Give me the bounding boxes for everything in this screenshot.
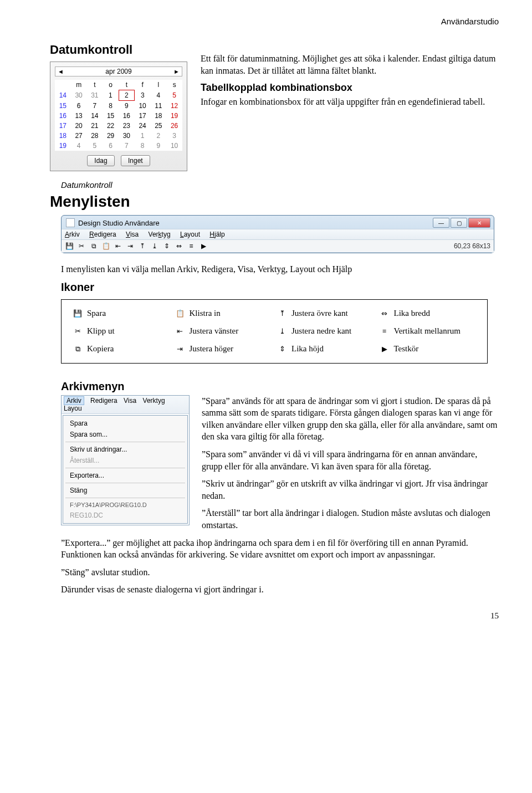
legend-spara: Spara xyxy=(87,309,106,318)
calendar-today-button[interactable]: Idag xyxy=(87,155,114,166)
save-icon: 💾 xyxy=(73,309,83,319)
menubar[interactable]: Arkiv Redigera Visa Verktyg Layout Hjälp xyxy=(62,229,494,240)
calendar-next-button[interactable]: ► xyxy=(173,68,180,75)
legend-klipp: Klipp ut xyxy=(87,326,115,336)
page-number: 15 xyxy=(50,611,499,621)
menu-visa[interactable]: Visa xyxy=(124,397,136,405)
cut-icon[interactable]: ✂ xyxy=(77,242,86,250)
copy-icon: ⧉ xyxy=(73,344,83,354)
align-top-icon[interactable]: ⤒ xyxy=(138,242,147,250)
window-app-icon xyxy=(66,218,75,227)
legend-likabredd: Lika bredd xyxy=(394,309,430,318)
menu-redigera[interactable]: Redigera xyxy=(89,231,116,238)
menu-hjalp[interactable]: Hjälp xyxy=(209,231,224,238)
legend-klistra: Klistra in xyxy=(190,309,221,318)
arkiv-p6: ”Stäng” avslutar studion. xyxy=(61,566,499,579)
align-top-icon: ⤒ xyxy=(277,309,287,319)
vspace-icon[interactable]: ≡ xyxy=(187,242,196,250)
align-left-icon[interactable]: ⇤ xyxy=(114,242,122,250)
same-height-icon: ⇕ xyxy=(277,344,287,354)
menu-visa[interactable]: Visa xyxy=(126,231,139,238)
menu-arkiv[interactable]: Arkiv xyxy=(64,396,84,405)
menu-arkiv[interactable]: Arkiv xyxy=(65,231,80,238)
align-right-icon[interactable]: ⇥ xyxy=(126,242,135,250)
window-minimize-button[interactable]: — xyxy=(433,218,449,228)
calendar-month-label: apr 2009 xyxy=(105,68,131,75)
paste-icon: 📋 xyxy=(175,309,185,319)
paste-icon[interactable]: 📋 xyxy=(101,242,110,250)
legend-kopiera: Kopiera xyxy=(87,344,114,354)
menu-layout[interactable]: Layou xyxy=(64,405,82,412)
align-right-icon: ⇥ xyxy=(175,344,185,354)
datumkontroll-para2: Infogar en kombinationsbox för att välja… xyxy=(201,96,499,108)
arkiv-menu-screenshot: Arkiv Redigera Visa Verktyg Layou Spara … xyxy=(61,395,190,525)
menu-layout[interactable]: Layout xyxy=(180,231,200,238)
menu-verktyg[interactable]: Verktyg xyxy=(149,231,171,238)
window-close-button[interactable]: ✕ xyxy=(468,218,490,228)
section-title-menylisten: Menylisten xyxy=(50,193,499,211)
window-maximize-button[interactable]: ▢ xyxy=(451,218,467,228)
subtitle-tabellkopplad: Tabellkopplad kombinationsbox xyxy=(201,82,499,94)
arkiv-p1: ”Spara” används för att spara de ändring… xyxy=(202,395,499,443)
status-text: 60,23 68x13 xyxy=(454,242,490,250)
menu-recent-file: REG10.DC xyxy=(63,510,187,521)
menu-item-stang[interactable]: Stäng xyxy=(63,485,187,496)
legend-jnedre: Justera nedre kant xyxy=(291,326,351,336)
calendar-grid[interactable]: mtotfls 14303112345156789101112161314151… xyxy=(55,80,182,151)
align-left-icon: ⇤ xyxy=(175,326,185,336)
align-bottom-icon[interactable]: ⤓ xyxy=(150,242,159,250)
legend-jovre: Justera övre kant xyxy=(291,309,348,318)
window-title: Design Studio Användare xyxy=(78,219,160,227)
menu-verktyg[interactable]: Verktyg xyxy=(143,397,165,405)
toolbar-icons[interactable]: 💾 ✂ ⧉ 📋 ⇤ ⇥ ⤒ ⤓ ⇕ ⇔ ≡ ▶ xyxy=(65,242,208,250)
subtitle-arkivmenyn: Arkivmenyn xyxy=(61,380,499,393)
datumkontroll-para1: Ett fält för datuminmatning. Möjlighet g… xyxy=(201,53,499,76)
menu-item-aterstall: Återställ... xyxy=(63,455,187,466)
arkiv-p3: ”Skriv ut ändringar” gör en utskrift av … xyxy=(202,478,499,502)
calendar-prev-button[interactable]: ◄ xyxy=(58,68,64,75)
run-icon: ▶ xyxy=(380,344,390,354)
menu-item-spara[interactable]: Spara xyxy=(63,418,187,429)
same-width-icon[interactable]: ⇔ xyxy=(175,242,183,250)
section-title-datumkontroll: Datumkontroll xyxy=(50,43,187,57)
calendar-widget: ◄ apr 2009 ► mtotfls 1430311234515678910… xyxy=(50,62,187,171)
legend-vertmellan: Vertikalt mellanrum xyxy=(394,326,461,336)
save-icon[interactable]: 💾 xyxy=(65,242,74,250)
legend-testkor: Testkör xyxy=(394,344,419,354)
menu-redigera[interactable]: Redigera xyxy=(90,397,117,405)
same-width-icon: ⇔ xyxy=(380,309,390,319)
running-head: Användarstudio xyxy=(50,17,499,26)
caption-datumkontroll: Datumkontroll xyxy=(61,180,499,190)
vspace-icon: ≡ xyxy=(380,326,390,336)
legend-jvanster: Justera vänster xyxy=(190,326,239,336)
cut-icon: ✂ xyxy=(73,326,83,336)
copy-icon[interactable]: ⧉ xyxy=(89,242,98,250)
menu-recent-path[interactable]: F:\PY341A\PROG\REG10.D xyxy=(63,500,187,510)
legend-jhoger: Justera höger xyxy=(190,344,234,354)
menu-item-skrivut[interactable]: Skriv ut ändringar... xyxy=(63,444,187,455)
run-icon[interactable]: ▶ xyxy=(199,242,208,250)
same-height-icon[interactable]: ⇕ xyxy=(162,242,171,250)
arkiv-p7: Därunder visas de senaste dialogerna vi … xyxy=(61,584,499,596)
arkiv-p2: ”Spara som” använder vi då vi vill spara… xyxy=(202,448,499,472)
menu-item-sparasom[interactable]: Spara som... xyxy=(63,429,187,440)
window-screenshot: Design Studio Användare — ▢ ✕ Arkiv Redi… xyxy=(61,215,494,253)
subtitle-ikoner: Ikoner xyxy=(61,281,499,294)
arkiv-p5: ”Exportera...” ger möjlighet att packa i… xyxy=(61,537,499,561)
menylisten-intro: I menylisten kan vi välja mellan Arkiv, … xyxy=(61,263,499,275)
arkiv-p4: ”Återställ” tar bort alla ändringar i di… xyxy=(202,507,499,531)
icon-legend-box: 💾Spara 📋Klistra in ⤒Justera övre kant ⇔L… xyxy=(61,299,488,364)
menu-item-exportera[interactable]: Exportera... xyxy=(63,470,187,481)
legend-likahojd: Lika höjd xyxy=(291,344,324,354)
align-bottom-icon: ⤓ xyxy=(277,326,287,336)
calendar-none-button[interactable]: Inget xyxy=(121,155,150,166)
